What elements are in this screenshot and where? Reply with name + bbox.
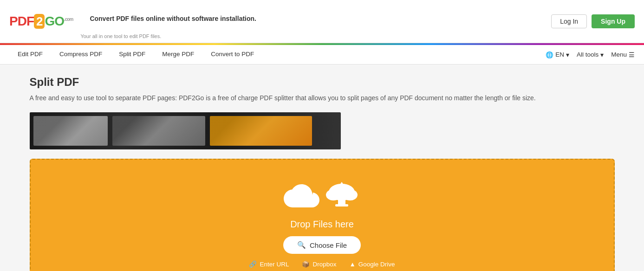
search-icon: 🔍: [297, 241, 306, 249]
logo-go: GO: [45, 14, 64, 28]
promo-banner: [30, 112, 341, 149]
upload-area: Drop Files here 🔍 Choose File 🔗 Enter UR…: [30, 159, 615, 271]
logo-area: PDF2GO.com Convert PDF files online with…: [9, 4, 551, 39]
nav-all-tools[interactable]: All tools ▾: [577, 51, 604, 58]
dropbox-link[interactable]: 📦 Dropbox: [302, 260, 336, 268]
logo-com: .com: [64, 17, 73, 22]
nav-lang-label: EN: [555, 51, 564, 58]
link-icon: 🔗: [249, 260, 257, 268]
banner-segment-2: [112, 116, 205, 146]
logo[interactable]: PDF2GO.com: [9, 14, 73, 29]
nav-right: 🌐 EN ▾ All tools ▾ Menu ☰: [546, 51, 635, 58]
banner-segment-3: [210, 116, 312, 146]
nav-edit-pdf[interactable]: Edit PDF: [9, 46, 51, 63]
nav-menu[interactable]: Menu ☰: [611, 51, 635, 58]
nav-compress-pdf[interactable]: Compress PDF: [51, 46, 111, 63]
cloud-upload-icon: [284, 178, 360, 213]
logo-2: 2: [34, 14, 45, 29]
svg-rect-6: [335, 204, 348, 206]
enter-url-label: Enter URL: [260, 261, 289, 268]
dropbox-icon: 📦: [302, 260, 310, 268]
choose-file-button[interactable]: 🔍 Choose File: [283, 236, 361, 254]
tagline-sub: Your all in one tool to edit PDF files.: [80, 33, 266, 39]
choose-file-label: Choose File: [310, 241, 347, 249]
drop-files-text: Drop Files here: [290, 219, 354, 230]
nav-menu-label: Menu: [611, 51, 627, 58]
page-description: A free and easy to use tool to separate …: [30, 93, 615, 103]
chevron-down-icon-2: ▾: [600, 51, 604, 58]
enter-url-link[interactable]: 🔗 Enter URL: [249, 260, 289, 268]
main-content: Split PDF A free and easy to use tool to…: [20, 65, 624, 271]
hamburger-icon: ☰: [629, 51, 635, 58]
globe-icon: 🌐: [546, 51, 553, 58]
site-header: PDF2GO.com Convert PDF files online with…: [0, 0, 644, 43]
nav-convert-pdf[interactable]: Convert to PDF: [202, 46, 262, 63]
signup-button[interactable]: Sign Up: [592, 14, 635, 28]
nav-split-pdf[interactable]: Split PDF: [111, 46, 154, 63]
google-drive-link[interactable]: ▲ Google Drive: [349, 261, 395, 268]
nav-language[interactable]: 🌐 EN ▾: [546, 51, 569, 58]
svg-rect-5: [338, 191, 345, 204]
google-drive-label: Google Drive: [358, 261, 395, 268]
header-tagline: Convert PDF files online without softwar…: [80, 4, 266, 39]
banner-segment-1: [33, 116, 108, 146]
header-actions: Log In Sign Up: [551, 14, 635, 28]
chevron-down-icon: ▾: [566, 51, 569, 58]
nav-all-tools-label: All tools: [577, 51, 598, 58]
page-title: Split PDF: [30, 76, 615, 89]
nav-merge-pdf[interactable]: Merge PDF: [154, 46, 202, 63]
logo-pdf: PDF: [9, 14, 34, 28]
google-drive-icon: ▲: [349, 261, 355, 268]
login-button[interactable]: Log In: [551, 14, 587, 28]
main-nav: Edit PDF Compress PDF Split PDF Merge PD…: [0, 45, 644, 65]
dropbox-label: Dropbox: [312, 261, 336, 268]
tagline-main: Convert PDF files online without softwar…: [80, 4, 266, 33]
nav-items: Edit PDF Compress PDF Split PDF Merge PD…: [9, 46, 546, 63]
upload-links: 🔗 Enter URL 📦 Dropbox ▲ Google Drive: [249, 260, 395, 268]
